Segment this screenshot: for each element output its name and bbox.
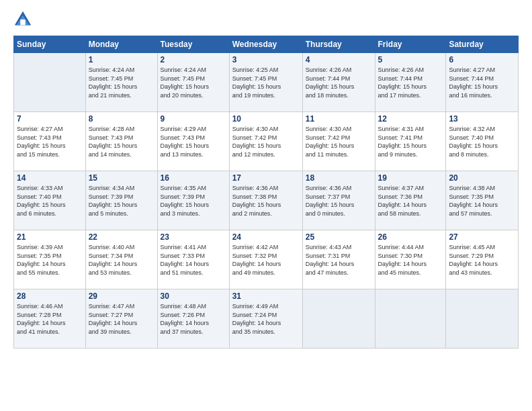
day-cell: 27Sunrise: 4:45 AMSunset: 7:29 PMDayligh… bbox=[446, 230, 519, 289]
day-number: 22 bbox=[89, 232, 154, 242]
day-info: Sunrise: 4:36 AMSunset: 7:37 PMDaylight:… bbox=[306, 184, 372, 218]
day-number: 26 bbox=[378, 232, 443, 242]
day-number: 25 bbox=[306, 232, 372, 242]
day-cell: 4Sunrise: 4:26 AMSunset: 7:44 PMDaylight… bbox=[302, 53, 375, 112]
day-number: 10 bbox=[232, 114, 300, 124]
day-info: Sunrise: 4:38 AMSunset: 7:35 PMDaylight:… bbox=[449, 184, 515, 218]
day-info: Sunrise: 4:29 AMSunset: 7:43 PMDaylight:… bbox=[161, 125, 226, 158]
day-number: 30 bbox=[161, 291, 226, 301]
day-cell: 3Sunrise: 4:25 AMSunset: 7:45 PMDaylight… bbox=[229, 53, 302, 112]
day-info: Sunrise: 4:43 AMSunset: 7:31 PMDaylight:… bbox=[306, 243, 372, 277]
day-info: Sunrise: 4:32 AMSunset: 7:40 PMDaylight:… bbox=[449, 125, 515, 158]
header bbox=[13, 10, 519, 29]
day-number: 7 bbox=[17, 114, 83, 124]
day-info: Sunrise: 4:26 AMSunset: 7:44 PMDaylight:… bbox=[378, 66, 443, 99]
day-cell: 2Sunrise: 4:24 AMSunset: 7:45 PMDaylight… bbox=[157, 53, 229, 112]
day-cell: 22Sunrise: 4:40 AMSunset: 7:34 PMDayligh… bbox=[85, 230, 157, 289]
day-info: Sunrise: 4:45 AMSunset: 7:29 PMDaylight:… bbox=[449, 243, 515, 277]
day-cell: 18Sunrise: 4:36 AMSunset: 7:37 PMDayligh… bbox=[302, 171, 375, 230]
day-info: Sunrise: 4:30 AMSunset: 7:42 PMDaylight:… bbox=[232, 125, 300, 158]
col-header-wednesday: Wednesday bbox=[229, 36, 302, 53]
day-cell: 23Sunrise: 4:41 AMSunset: 7:33 PMDayligh… bbox=[157, 230, 229, 289]
day-number: 12 bbox=[378, 114, 443, 124]
day-number: 27 bbox=[449, 232, 515, 242]
day-number: 5 bbox=[378, 55, 443, 64]
day-number: 6 bbox=[449, 55, 515, 64]
day-cell: 9Sunrise: 4:29 AMSunset: 7:43 PMDaylight… bbox=[157, 112, 229, 171]
day-cell: 16Sunrise: 4:35 AMSunset: 7:39 PMDayligh… bbox=[157, 171, 229, 230]
day-info: Sunrise: 4:40 AMSunset: 7:34 PMDaylight:… bbox=[89, 243, 154, 277]
day-cell: 29Sunrise: 4:47 AMSunset: 7:27 PMDayligh… bbox=[85, 289, 157, 349]
day-cell: 25Sunrise: 4:43 AMSunset: 7:31 PMDayligh… bbox=[302, 230, 375, 289]
day-number: 4 bbox=[306, 55, 372, 64]
day-number: 17 bbox=[232, 173, 300, 183]
day-info: Sunrise: 4:46 AMSunset: 7:28 PMDaylight:… bbox=[17, 302, 83, 336]
day-cell: 6Sunrise: 4:27 AMSunset: 7:44 PMDaylight… bbox=[446, 53, 519, 112]
col-header-saturday: Saturday bbox=[446, 36, 519, 53]
day-number: 1 bbox=[89, 55, 154, 64]
page: SundayMondayTuesdayWednesdayThursdayFrid… bbox=[0, 0, 532, 411]
day-cell: 7Sunrise: 4:27 AMSunset: 7:43 PMDaylight… bbox=[14, 112, 86, 171]
col-header-friday: Friday bbox=[375, 36, 446, 53]
day-info: Sunrise: 4:31 AMSunset: 7:41 PMDaylight:… bbox=[378, 125, 443, 158]
day-info: Sunrise: 4:48 AMSunset: 7:26 PMDaylight:… bbox=[161, 302, 226, 336]
day-info: Sunrise: 4:24 AMSunset: 7:45 PMDaylight:… bbox=[89, 66, 154, 99]
day-cell: 19Sunrise: 4:37 AMSunset: 7:36 PMDayligh… bbox=[375, 171, 446, 230]
week-row-5: 28Sunrise: 4:46 AMSunset: 7:28 PMDayligh… bbox=[14, 289, 519, 349]
day-cell: 13Sunrise: 4:32 AMSunset: 7:40 PMDayligh… bbox=[446, 112, 519, 171]
day-number: 14 bbox=[17, 173, 83, 183]
day-info: Sunrise: 4:42 AMSunset: 7:32 PMDaylight:… bbox=[232, 243, 300, 277]
day-cell: 26Sunrise: 4:44 AMSunset: 7:30 PMDayligh… bbox=[375, 230, 446, 289]
week-row-2: 7Sunrise: 4:27 AMSunset: 7:43 PMDaylight… bbox=[14, 112, 519, 171]
day-info: Sunrise: 4:24 AMSunset: 7:45 PMDaylight:… bbox=[161, 66, 226, 99]
day-cell bbox=[14, 53, 86, 112]
day-cell: 1Sunrise: 4:24 AMSunset: 7:45 PMDaylight… bbox=[85, 53, 157, 112]
day-cell: 24Sunrise: 4:42 AMSunset: 7:32 PMDayligh… bbox=[229, 230, 302, 289]
week-row-1: 1Sunrise: 4:24 AMSunset: 7:45 PMDaylight… bbox=[14, 53, 519, 112]
day-cell: 31Sunrise: 4:49 AMSunset: 7:24 PMDayligh… bbox=[229, 289, 302, 349]
day-cell: 5Sunrise: 4:26 AMSunset: 7:44 PMDaylight… bbox=[375, 53, 446, 112]
day-info: Sunrise: 4:39 AMSunset: 7:35 PMDaylight:… bbox=[17, 243, 83, 277]
day-cell: 15Sunrise: 4:34 AMSunset: 7:39 PMDayligh… bbox=[85, 171, 157, 230]
day-number: 13 bbox=[449, 114, 515, 124]
day-info: Sunrise: 4:26 AMSunset: 7:44 PMDaylight:… bbox=[306, 66, 372, 99]
day-cell bbox=[302, 289, 375, 349]
day-number: 21 bbox=[17, 232, 83, 242]
day-cell: 21Sunrise: 4:39 AMSunset: 7:35 PMDayligh… bbox=[14, 230, 86, 289]
day-info: Sunrise: 4:27 AMSunset: 7:44 PMDaylight:… bbox=[449, 66, 515, 99]
day-info: Sunrise: 4:30 AMSunset: 7:42 PMDaylight:… bbox=[306, 125, 372, 158]
day-cell: 12Sunrise: 4:31 AMSunset: 7:41 PMDayligh… bbox=[375, 112, 446, 171]
col-header-tuesday: Tuesday bbox=[157, 36, 229, 53]
day-info: Sunrise: 4:47 AMSunset: 7:27 PMDaylight:… bbox=[89, 302, 154, 336]
col-header-thursday: Thursday bbox=[302, 36, 375, 53]
day-number: 20 bbox=[449, 173, 515, 183]
day-number: 24 bbox=[232, 232, 300, 242]
col-header-sunday: Sunday bbox=[14, 36, 86, 53]
day-info: Sunrise: 4:37 AMSunset: 7:36 PMDaylight:… bbox=[378, 184, 443, 218]
day-cell: 10Sunrise: 4:30 AMSunset: 7:42 PMDayligh… bbox=[229, 112, 302, 171]
day-info: Sunrise: 4:35 AMSunset: 7:39 PMDaylight:… bbox=[161, 184, 226, 218]
day-number: 3 bbox=[232, 55, 300, 64]
col-header-monday: Monday bbox=[85, 36, 157, 53]
day-cell: 20Sunrise: 4:38 AMSunset: 7:35 PMDayligh… bbox=[446, 171, 519, 230]
day-info: Sunrise: 4:41 AMSunset: 7:33 PMDaylight:… bbox=[161, 243, 226, 277]
day-number: 23 bbox=[161, 232, 226, 242]
day-number: 16 bbox=[161, 173, 226, 183]
day-number: 29 bbox=[89, 291, 154, 301]
day-info: Sunrise: 4:28 AMSunset: 7:43 PMDaylight:… bbox=[89, 125, 154, 158]
day-number: 28 bbox=[17, 291, 83, 301]
day-cell: 17Sunrise: 4:36 AMSunset: 7:38 PMDayligh… bbox=[229, 171, 302, 230]
header-row: SundayMondayTuesdayWednesdayThursdayFrid… bbox=[14, 36, 519, 53]
svg-rect-2 bbox=[20, 19, 25, 25]
day-number: 9 bbox=[161, 114, 226, 124]
day-cell: 28Sunrise: 4:46 AMSunset: 7:28 PMDayligh… bbox=[14, 289, 86, 349]
day-cell: 14Sunrise: 4:33 AMSunset: 7:40 PMDayligh… bbox=[14, 171, 86, 230]
day-info: Sunrise: 4:34 AMSunset: 7:39 PMDaylight:… bbox=[89, 184, 154, 218]
day-info: Sunrise: 4:33 AMSunset: 7:40 PMDaylight:… bbox=[17, 184, 83, 218]
day-info: Sunrise: 4:27 AMSunset: 7:43 PMDaylight:… bbox=[17, 125, 83, 158]
day-cell: 11Sunrise: 4:30 AMSunset: 7:42 PMDayligh… bbox=[302, 112, 375, 171]
day-info: Sunrise: 4:49 AMSunset: 7:24 PMDaylight:… bbox=[232, 302, 300, 336]
day-info: Sunrise: 4:25 AMSunset: 7:45 PMDaylight:… bbox=[232, 66, 300, 99]
day-number: 2 bbox=[161, 55, 226, 64]
logo bbox=[13, 10, 35, 29]
